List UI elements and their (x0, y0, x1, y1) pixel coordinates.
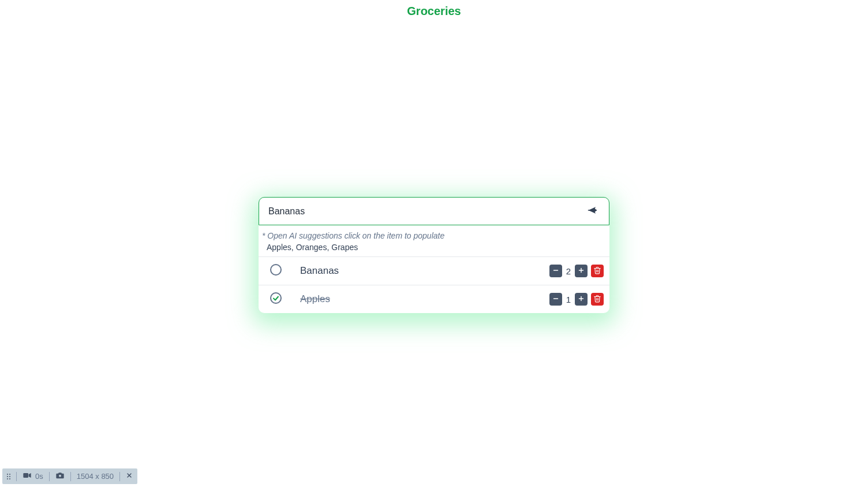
check-circle-icon (269, 291, 283, 307)
plus-icon (578, 295, 585, 304)
separator (119, 472, 120, 481)
quantity-controls: 2 (549, 265, 604, 277)
decrement-button[interactable] (549, 293, 562, 306)
separator (16, 472, 17, 481)
item-name: Bananas (300, 265, 532, 277)
quantity-value: 1 (566, 295, 571, 304)
checkbox-unchecked[interactable] (269, 264, 283, 278)
send-icon (587, 204, 598, 218)
camera-tool[interactable] (55, 471, 65, 482)
separator (70, 472, 71, 481)
input-row (259, 197, 609, 225)
page-title: Groceries (0, 0, 868, 18)
video-tool[interactable]: 0s (23, 471, 43, 482)
minus-icon (552, 266, 559, 276)
suggestions-row: Apples, Oranges, Grapes (262, 243, 606, 252)
trash-icon (593, 295, 601, 304)
increment-button[interactable] (575, 265, 588, 277)
item-input[interactable] (268, 206, 580, 217)
delete-button[interactable] (591, 265, 604, 277)
svg-point-2 (271, 265, 281, 275)
list-item: Bananas 2 (259, 256, 609, 285)
suggestions-block: * Open AI suggestions click on the item … (259, 225, 609, 256)
checkbox-checked[interactable] (269, 292, 283, 306)
item-name: Apples (300, 293, 532, 305)
suggestion-label: Oranges (296, 243, 327, 252)
video-icon (23, 471, 32, 482)
minus-icon (552, 295, 559, 304)
increment-button[interactable] (575, 293, 588, 306)
grocery-card: * Open AI suggestions click on the item … (259, 197, 609, 313)
submit-button[interactable] (586, 203, 600, 219)
svg-rect-10 (23, 473, 28, 478)
suggestion-label: Apples (267, 243, 291, 252)
quantity-controls: 1 (549, 293, 604, 306)
suggestion-label: Grapes (331, 243, 358, 252)
drag-handle[interactable] (7, 474, 10, 479)
close-tool[interactable] (126, 472, 133, 481)
close-icon (126, 472, 133, 481)
svg-point-12 (59, 475, 61, 477)
camera-icon (55, 471, 65, 482)
timer-label: 0s (35, 472, 43, 481)
dimensions-label: 868 x 491 (77, 472, 114, 481)
suggestion-item-apples[interactable]: Apples, (267, 243, 294, 252)
svg-marker-11 (29, 473, 31, 478)
svg-point-6 (271, 293, 281, 303)
separator (49, 472, 50, 481)
delete-button[interactable] (591, 293, 604, 306)
grip-icon (7, 474, 10, 479)
decrement-button[interactable] (549, 265, 562, 277)
list-item: Apples 1 (259, 285, 609, 313)
circle-icon (269, 263, 283, 279)
suggestion-item-grapes[interactable]: Grapes (331, 243, 358, 252)
item-list: Bananas 2 (259, 256, 609, 313)
plus-icon (578, 266, 585, 276)
suggestions-hint: * Open AI suggestions click on the item … (262, 231, 606, 240)
quantity-value: 2 (566, 266, 571, 276)
suggestion-item-oranges[interactable]: Oranges, (296, 243, 330, 252)
trash-icon (593, 266, 601, 276)
dev-toolbar: 0s 868 x 491 (2, 468, 137, 484)
